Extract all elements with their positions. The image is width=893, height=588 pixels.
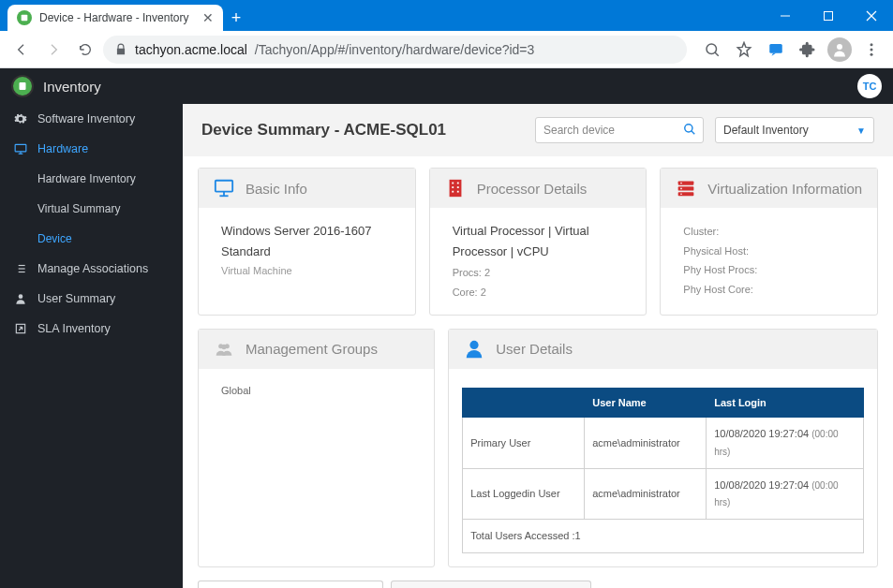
card-title: Virtualization Information — [707, 181, 862, 197]
sidebar-item-user-summary[interactable]: User Summary — [0, 284, 183, 314]
card-title: User Details — [496, 341, 573, 357]
user-row-label: Last Loggedin User — [463, 468, 585, 519]
user-th — [463, 388, 585, 418]
profile-button[interactable] — [826, 36, 854, 64]
user-table-footer: Total Users Accessed :1 — [463, 520, 864, 553]
svg-point-5 — [707, 44, 717, 54]
virt-row: Phy Host Core: — [683, 281, 855, 299]
card-title: Processor Details — [477, 181, 588, 197]
svg-point-45 — [470, 340, 479, 348]
card-processor-details: Processor Details Virtual Processor | Vi… — [429, 168, 647, 316]
sidebar-item-sla-inventory[interactable]: SLA Inventory — [0, 314, 183, 344]
sidebar-sub-hardware-inventory[interactable]: Hardware Inventory — [0, 164, 183, 194]
svg-point-10 — [871, 48, 873, 51]
address-bar[interactable]: tachyon.acme.local/Tachyon/App/#/invento… — [103, 36, 687, 64]
browser-tab[interactable]: Device - Hardware - Inventory ✕ — [7, 5, 223, 31]
window-titlebar: Device - Hardware - Inventory ✕ + — [0, 0, 893, 31]
app-logo — [11, 75, 34, 97]
user-avatar[interactable]: TC — [857, 74, 882, 98]
svg-rect-32 — [452, 186, 454, 188]
browser-toolbar: tachyon.acme.local/Tachyon/App/#/invento… — [0, 31, 893, 68]
svg-rect-35 — [457, 191, 459, 193]
sidebar-label: SLA Inventory — [37, 322, 111, 335]
svg-point-24 — [685, 125, 692, 132]
virt-row: Phy Host Procs: — [683, 261, 855, 279]
new-tab-button[interactable]: + — [223, 5, 249, 31]
processor-line: Virtual Processor | Virtual Processor | … — [453, 221, 624, 262]
users-icon — [212, 339, 236, 360]
svg-rect-13 — [15, 144, 26, 152]
card-virtualization-info: Virtualization Information Cluster: Phys… — [660, 168, 878, 316]
svg-rect-34 — [452, 191, 454, 193]
nav-back-button[interactable] — [7, 36, 36, 64]
svg-rect-26 — [216, 181, 232, 192]
mgmt-value: Global — [221, 382, 411, 400]
tab-installed-matched[interactable]: Installed Software - Matched — [198, 581, 383, 588]
svg-point-41 — [681, 193, 683, 195]
sidebar-label: Hardware — [37, 142, 88, 155]
core-label: Core: — [453, 287, 478, 298]
inventory-select[interactable]: Default Inventory ▼ — [715, 117, 874, 143]
nav-forward-button[interactable] — [39, 36, 67, 64]
window-close-button[interactable] — [850, 0, 893, 31]
window-maximize-button[interactable] — [807, 0, 850, 31]
svg-line-25 — [692, 131, 695, 135]
sidebar-sub-label: Virtual Summary — [37, 202, 120, 215]
sidebar-item-software-inventory[interactable]: Software Inventory — [0, 104, 183, 134]
virt-row: Physical Host: — [683, 243, 855, 260]
export-icon — [13, 322, 28, 335]
gear-icon — [13, 112, 28, 125]
bookmark-icon[interactable] — [730, 36, 758, 64]
page-header: Device Summary - ACME-SQL01 Default Inve… — [183, 104, 893, 156]
url-host: tachyon.acme.local — [135, 42, 247, 57]
url-path: /Tachyon/App/#/inventory/hardware/device… — [255, 42, 534, 57]
svg-rect-29 — [449, 180, 461, 197]
search-engine-icon[interactable] — [698, 36, 726, 64]
user-row-username: acme\administrator — [585, 418, 707, 468]
chat-extension-icon[interactable] — [762, 36, 790, 64]
svg-point-39 — [681, 183, 683, 184]
building-icon — [443, 178, 468, 198]
monitor-icon — [13, 142, 28, 155]
tab-installed-unmatched[interactable]: Installed Software - Unmatched — [391, 581, 590, 588]
sidebar-sub-device[interactable]: Device — [0, 224, 183, 254]
nav-reload-button[interactable] — [71, 36, 99, 64]
extensions-icon[interactable] — [794, 36, 822, 64]
sidebar-item-manage-associations[interactable]: Manage Associations — [0, 254, 183, 284]
svg-point-11 — [871, 52, 873, 55]
svg-point-9 — [871, 43, 873, 46]
sidebar-sub-label: Device — [37, 232, 72, 245]
user-details-table: User Name Last Login Primary User acme\a… — [462, 388, 864, 553]
chevron-down-icon: ▼ — [856, 125, 866, 136]
svg-line-6 — [715, 52, 719, 56]
tab-favicon — [17, 10, 32, 25]
user-row-login: 10/08/2020 19:27:04 (00:00 hrs) — [707, 418, 864, 468]
browser-menu-button[interactable] — [857, 36, 886, 64]
page-title: Device Summary - ACME-SQL01 — [201, 121, 524, 140]
svg-rect-31 — [457, 183, 459, 184]
monitor-icon — [212, 178, 236, 198]
sidebar-item-hardware[interactable]: Hardware — [0, 134, 183, 164]
table-row: Primary User acme\administrator 10/08/20… — [463, 418, 864, 468]
procs-value: 2 — [484, 267, 490, 278]
user-row-username: acme\administrator — [585, 468, 707, 519]
search-input[interactable] — [535, 117, 704, 143]
card-title: Management Groups — [246, 341, 378, 357]
user-row-login: 10/08/2020 19:27:04 (00:00 hrs) — [707, 468, 864, 519]
search-icon[interactable] — [683, 123, 696, 136]
sidebar-sub-virtual-summary[interactable]: Virtual Summary — [0, 194, 183, 224]
card-user-details: User Details User Name Last Login — [448, 329, 878, 567]
virt-row: Cluster: — [683, 223, 855, 241]
window-minimize-button[interactable] — [764, 0, 807, 31]
list-icon — [13, 262, 28, 275]
svg-rect-12 — [20, 82, 26, 90]
svg-rect-0 — [22, 15, 28, 22]
svg-rect-33 — [457, 186, 459, 188]
svg-point-44 — [221, 344, 226, 348]
user-icon — [462, 339, 486, 360]
svg-point-40 — [681, 188, 683, 190]
user-th: User Name — [585, 388, 707, 418]
server-icon — [674, 178, 698, 198]
close-icon[interactable]: ✕ — [202, 10, 214, 25]
user-icon — [13, 292, 28, 305]
